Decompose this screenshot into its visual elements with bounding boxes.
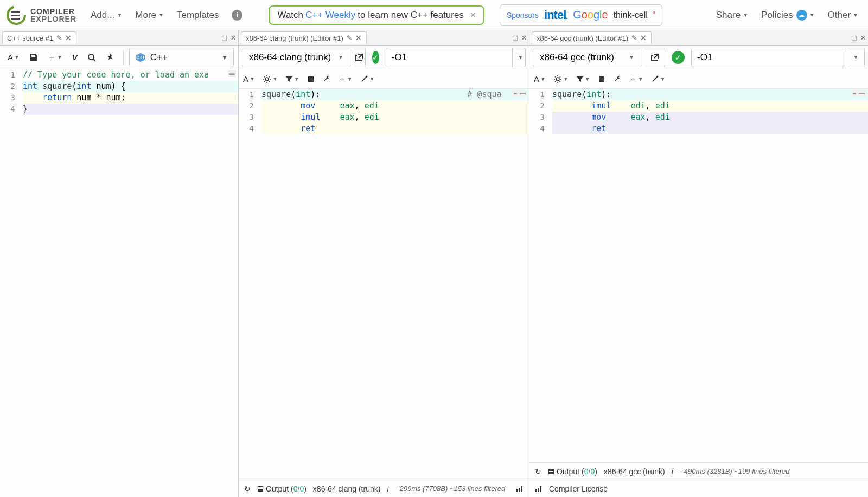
- compiler1-bar: x86-64 clang (trunk) ▼ ✓ ▼: [239, 46, 529, 69]
- svg-rect-1: [11, 11, 20, 13]
- close-pane-icon[interactable]: ✕: [860, 34, 866, 42]
- compiler2-editor[interactable]: ▬ ▬▬ 1square(int):2 imul edi, edi3 mov e…: [529, 89, 868, 462]
- output-button[interactable]: Output (0/0): [257, 485, 307, 493]
- compiler2-tab[interactable]: x86-64 gcc (trunk) (Editor #1) ✎ ✕: [532, 31, 652, 44]
- compiler2-select[interactable]: x86-64 gcc (trunk) ▼: [533, 48, 641, 67]
- search-icon[interactable]: [84, 51, 99, 64]
- maximize-icon[interactable]: ▢: [851, 34, 857, 42]
- add-button[interactable]: ＋▼: [44, 50, 66, 64]
- sponsors-box[interactable]: Sponsors intel. Google think-cell': [500, 4, 662, 26]
- compiler2-tab-label: x86-64 gcc (trunk) (Editor #1): [537, 34, 628, 42]
- pencil-icon[interactable]: ✎: [347, 34, 352, 42]
- wand-icon[interactable]: ▼: [651, 75, 666, 83]
- svg-line-5: [93, 59, 95, 61]
- status-ok-icon: ✓: [672, 51, 685, 64]
- compiler1-editor[interactable]: ▬ ▬▬ 1square(int): # @squa2 mov eax, edi…: [239, 89, 529, 480]
- svg-point-25: [656, 76, 658, 78]
- wrench-icon[interactable]: [613, 75, 621, 83]
- nav-templates[interactable]: Templates: [173, 7, 223, 24]
- compiler1-name: x86-64 clang (trunk): [249, 52, 331, 63]
- nav-add[interactable]: Add... ▼: [86, 7, 126, 24]
- compiler2-status-bar: ↻ Output (0/0) x86-64 gcc (trunk) i - 49…: [529, 462, 868, 480]
- svg-rect-21: [599, 76, 604, 82]
- language-select[interactable]: C++ C++ ▼: [129, 48, 234, 67]
- nav-share[interactable]: Share ▼: [712, 7, 752, 24]
- info-icon[interactable]: i: [232, 10, 242, 21]
- compiler1-tab-label: x86-64 clang (trunk) (Editor #1): [246, 34, 343, 42]
- svg-rect-15: [258, 487, 263, 488]
- source-tab[interactable]: C++ source #1 ✎ ✕: [2, 31, 76, 44]
- nav-other[interactable]: Other ▼: [824, 7, 863, 24]
- info-icon[interactable]: i: [672, 467, 673, 476]
- maximize-icon[interactable]: ▢: [221, 34, 227, 42]
- svg-rect-2: [11, 15, 20, 16]
- external-link-icon[interactable]: [354, 48, 366, 67]
- minimap-icon: ▬▬: [228, 70, 236, 77]
- font-button[interactable]: A▼: [534, 74, 546, 83]
- compiler1-select[interactable]: x86-64 clang (trunk) ▼: [242, 48, 350, 67]
- svg-rect-30: [538, 488, 539, 492]
- minimap-icon: ▬ ▬▬: [513, 90, 527, 96]
- compiler1-subtoolbar: A▼ ▼ ▼ ＋▼ ▼: [239, 69, 529, 89]
- book-icon[interactable]: [598, 75, 605, 83]
- close-icon[interactable]: ✕: [640, 34, 647, 42]
- nav-policies[interactable]: Policies☁ ▼: [757, 7, 819, 24]
- source-toolbar: A▼ ＋▼ V C++ C++ ▼: [0, 46, 238, 69]
- nav-more[interactable]: More ▼: [131, 7, 168, 24]
- filter-icon[interactable]: ▼: [576, 75, 590, 83]
- svg-rect-16: [258, 488, 263, 489]
- compiler1-tab-bar: x86-64 clang (trunk) (Editor #1) ✎ ✕ ▢ ✕: [239, 30, 529, 46]
- close-pane-icon[interactable]: ✕: [521, 34, 527, 42]
- svg-rect-29: [535, 489, 537, 492]
- compiler2-name: x86-64 gcc (trunk): [540, 52, 614, 63]
- font-button[interactable]: A▼: [4, 50, 23, 64]
- pencil-icon[interactable]: ✎: [631, 34, 637, 42]
- close-icon[interactable]: ✕: [355, 34, 362, 42]
- svg-rect-18: [519, 488, 520, 492]
- opts-dropdown-icon[interactable]: ▼: [516, 48, 526, 67]
- banner-close-icon[interactable]: ×: [470, 10, 476, 21]
- svg-point-20: [556, 78, 559, 81]
- compiler2-opts-input[interactable]: [691, 48, 844, 67]
- minimap-icon: ▬ ▬▬: [852, 90, 866, 96]
- info-icon[interactable]: i: [387, 485, 388, 493]
- output-button[interactable]: Output (0/0): [548, 467, 597, 476]
- compiler1-tab[interactable]: x86-64 clang (trunk) (Editor #1) ✎ ✕: [241, 31, 367, 44]
- save-button[interactable]: [26, 51, 41, 64]
- wrench-icon[interactable]: [322, 75, 330, 83]
- close-pane-icon[interactable]: ✕: [231, 34, 236, 42]
- close-icon[interactable]: ✕: [65, 34, 72, 42]
- chart-icon[interactable]: [535, 485, 542, 493]
- chart-icon[interactable]: [516, 485, 524, 493]
- svg-rect-11: [309, 79, 313, 79]
- source-pane: C++ source #1 ✎ ✕ ▢ ✕ A▼ ＋▼ V C++ C++ ▼: [0, 30, 239, 497]
- font-button[interactable]: A▼: [243, 74, 255, 83]
- refresh-icon[interactable]: ↻: [535, 467, 541, 476]
- promo-banner: Watch C++ Weekly to learn new C++ featur…: [269, 5, 484, 25]
- workspace: C++ source #1 ✎ ✕ ▢ ✕ A▼ ＋▼ V C++ C++ ▼: [0, 30, 868, 497]
- vim-button[interactable]: V: [69, 50, 81, 64]
- compiler1-opts-input[interactable]: [386, 48, 513, 67]
- gear-icon[interactable]: ▼: [553, 75, 569, 83]
- pencil-icon[interactable]: ✎: [56, 34, 62, 42]
- gear-icon[interactable]: ▼: [263, 75, 278, 83]
- add-button[interactable]: ＋▼: [629, 74, 643, 84]
- svg-line-12: [362, 76, 367, 81]
- refresh-icon[interactable]: ↻: [244, 485, 251, 493]
- add-button[interactable]: ＋▼: [338, 74, 353, 84]
- pin-icon[interactable]: [103, 51, 118, 64]
- filter-icon[interactable]: ▼: [285, 75, 299, 83]
- logo[interactable]: COMPILER EXPLORER: [5, 4, 76, 26]
- wand-icon[interactable]: ▼: [360, 75, 375, 83]
- banner-suffix: to learn new C++ features: [358, 10, 464, 21]
- external-link-icon[interactable]: [644, 48, 665, 67]
- compiler2-pane: x86-64 gcc (trunk) (Editor #1) ✎ ✕ ▢ ✕ x…: [529, 30, 868, 497]
- source-editor[interactable]: ▬▬ 1// Type your code here, or load an e…: [0, 69, 238, 497]
- banner-link[interactable]: C++ Weekly: [305, 10, 355, 21]
- maximize-icon[interactable]: ▢: [512, 34, 518, 42]
- timing-text: - 490ms (3281B) ~199 lines filtered: [680, 467, 790, 475]
- opts-dropdown-icon[interactable]: ▼: [847, 48, 865, 67]
- license-text[interactable]: Compiler License: [549, 485, 608, 493]
- book-icon[interactable]: [307, 75, 315, 83]
- cloud-icon: ☁: [796, 10, 807, 21]
